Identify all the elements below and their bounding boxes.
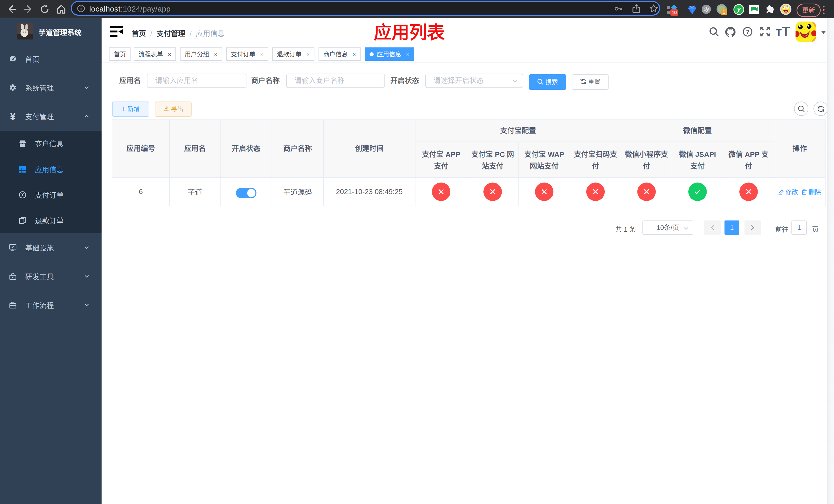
svg-text:¥: ¥ xyxy=(21,192,24,198)
svg-text:?: ? xyxy=(746,29,749,35)
